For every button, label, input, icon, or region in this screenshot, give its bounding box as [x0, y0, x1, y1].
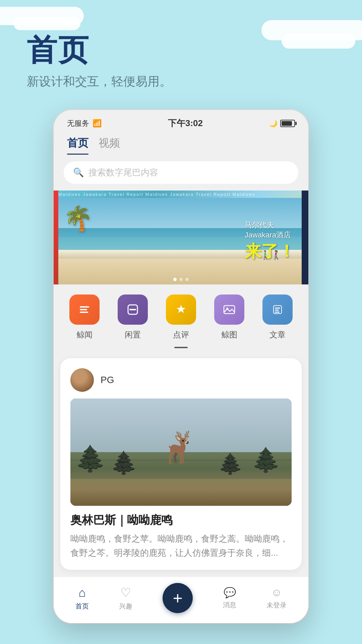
tab-messages-bottom[interactable]: 💬 消息	[223, 587, 236, 609]
banner-image: Maldives Jawakara Travel Report Maldives…	[54, 191, 308, 284]
battery-icon	[280, 120, 295, 127]
ticker-text: Maldives Jawakara Travel Report Maldives…	[58, 192, 255, 197]
page-subtitle: 新设计和交互，轻便易用。	[27, 73, 335, 90]
xianzhi-label: 闲置	[125, 329, 141, 340]
phone-wrapper: 无服务 📶 下午3:02 🌙 首页 视频	[54, 110, 308, 623]
svg-rect-10	[275, 310, 279, 311]
jingwen-label: 鲸闻	[76, 329, 93, 340]
tab-home-bottom[interactable]: ⌂ 首页	[75, 586, 89, 611]
tab-home[interactable]: 首页	[67, 136, 88, 155]
page-header: 首页 新设计和交互，轻便易用。	[0, 0, 362, 90]
card-excerpt: 呦呦鹿鸣，食野之苹。呦呦鹿鸣，食野之蒿。呦呦鹿鸣，食野之芩。明孝陵的鹿苑，让人仿…	[70, 532, 292, 560]
status-left: 无服务 📶	[67, 118, 102, 128]
search-bar[interactable]: 🔍 搜索数字尾巴内容	[64, 161, 298, 184]
page-title: 首页	[27, 34, 335, 67]
banner[interactable]: Maldives Jawakara Travel Report Maldives…	[54, 191, 308, 284]
pinglun-icon	[166, 294, 196, 325]
search-placeholder: 搜索数字尾巴内容	[88, 167, 158, 178]
category-xianzhi[interactable]: 闲置	[118, 294, 148, 348]
moon-icon: 🌙	[269, 119, 278, 127]
username: PG	[101, 375, 114, 385]
category-jingwen[interactable]: 鲸闻	[69, 294, 100, 348]
deer-scene: 🦌 🌲 🌲 🌲 🌲	[70, 398, 292, 506]
banner-hotel: Jawakara酒店	[245, 230, 295, 240]
app-content: 首页 视频 🔍 搜索数字尾巴内容 Maldives Jawakara	[54, 132, 308, 623]
avatar-image	[70, 368, 94, 392]
pinglun-label: 点评	[173, 329, 189, 340]
svg-rect-6	[224, 306, 235, 314]
banner-left-bar	[54, 191, 58, 284]
profile-tab-label: 未登录	[266, 601, 287, 610]
add-button[interactable]: +	[163, 583, 193, 613]
tab-video[interactable]: 视频	[99, 136, 120, 155]
dot-3	[185, 278, 189, 281]
banner-right-side	[302, 191, 308, 284]
svg-rect-0	[80, 306, 89, 308]
content-card: PG 🦌 🌲 🌲 🌲 🌲	[60, 358, 302, 570]
profile-icon: ☺	[271, 586, 282, 599]
carrier-label: 无服务	[67, 118, 89, 128]
tab-interests-bottom[interactable]: ♡ 兴趣	[119, 586, 132, 611]
banner-dots	[173, 278, 189, 281]
bottom-tabs: ⌂ 首页 ♡ 兴趣 + 💬 消息 ☺ 未登录	[54, 577, 308, 623]
messages-icon: 💬	[224, 587, 236, 598]
jingtu-label: 鲸图	[221, 329, 237, 340]
categories: 鲸闻 闲置	[54, 284, 308, 352]
svg-rect-2	[80, 312, 88, 313]
category-jingtu[interactable]: 鲸图	[214, 294, 244, 348]
wenzhang-icon	[262, 294, 293, 325]
battery-fill	[282, 121, 292, 126]
interests-icon: ♡	[120, 586, 131, 600]
card-user: PG	[70, 368, 292, 392]
home-icon: ⌂	[78, 586, 86, 600]
search-icon: 🔍	[73, 167, 84, 178]
banner-main-text: 来了！	[245, 240, 295, 263]
phone-frame: 无服务 📶 下午3:02 🌙 首页 视频	[54, 110, 308, 623]
svg-rect-4	[129, 309, 136, 310]
dot-1	[173, 278, 177, 281]
tab-profile-bottom[interactable]: ☺ 未登录	[266, 586, 287, 610]
banner-sub-text: 马尔代夫	[245, 220, 295, 230]
xianzhi-icon	[118, 294, 148, 325]
wenzhang-label: 文章	[269, 329, 286, 340]
nav-tabs: 首页 视频	[54, 132, 308, 155]
add-icon: +	[173, 590, 182, 606]
banner-ticker: Maldives Jawakara Travel Report Maldives…	[58, 191, 302, 198]
interests-tab-label: 兴趣	[119, 602, 132, 611]
jingtu-icon	[214, 294, 244, 325]
card-image: 🦌 🌲 🌲 🌲 🌲	[70, 398, 292, 506]
svg-rect-1	[80, 309, 87, 310]
messages-tab-label: 消息	[223, 600, 236, 609]
status-bar: 无服务 📶 下午3:02 🌙	[54, 110, 308, 132]
category-wenzhang[interactable]: 文章	[262, 294, 293, 348]
wifi-icon: 📶	[93, 119, 102, 128]
card-title: 奥林巴斯｜呦呦鹿鸣	[70, 513, 292, 528]
status-right: 🌙	[269, 119, 295, 127]
dot-2	[179, 278, 183, 281]
jingwen-icon	[69, 294, 100, 325]
status-time: 下午3:02	[168, 117, 203, 129]
svg-rect-11	[275, 312, 280, 313]
user-avatar	[70, 368, 94, 392]
home-tab-label: 首页	[75, 602, 89, 611]
svg-marker-5	[177, 305, 185, 313]
active-indicator	[174, 347, 188, 348]
svg-rect-9	[275, 308, 280, 309]
category-pinglun[interactable]: 点评	[166, 294, 196, 348]
